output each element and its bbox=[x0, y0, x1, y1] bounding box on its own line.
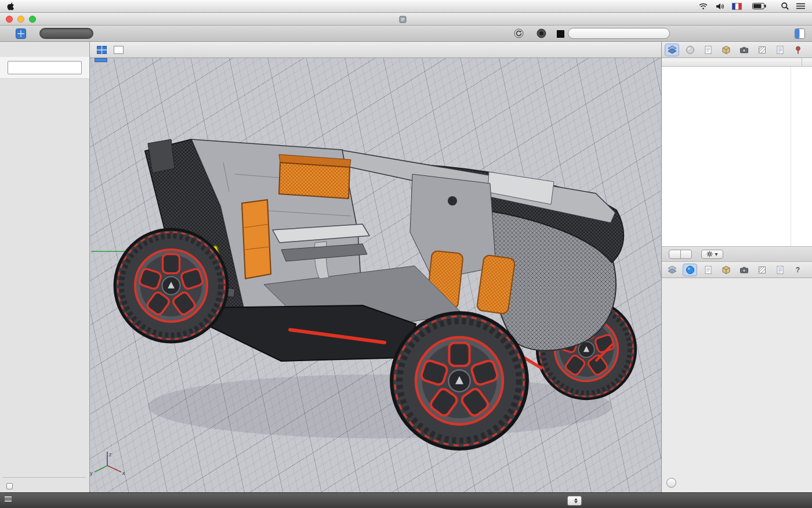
help-sheet-tab-2[interactable] bbox=[773, 264, 787, 276]
left-sidebar bbox=[0, 42, 90, 492]
viewport-tabs-row bbox=[90, 42, 661, 58]
notes-page-icon bbox=[775, 45, 785, 55]
gear-icon bbox=[706, 251, 713, 257]
box-edit-tab[interactable] bbox=[719, 44, 733, 56]
battery-icon bbox=[752, 3, 766, 9]
vehicle-3d-model: z x y bbox=[90, 58, 661, 492]
menubar-status-area bbox=[698, 2, 805, 10]
status-bar bbox=[0, 492, 812, 508]
input-source-flag-icon[interactable] bbox=[732, 3, 742, 10]
camera-icon bbox=[739, 265, 749, 275]
active-layer-selector[interactable] bbox=[568, 28, 670, 39]
spotlight-search-icon[interactable] bbox=[781, 2, 789, 10]
question-tab[interactable]: ? bbox=[791, 264, 805, 276]
command-history-icon[interactable] bbox=[5, 496, 12, 502]
camera-icon bbox=[739, 45, 749, 55]
orange-overhead-cabinet bbox=[279, 163, 350, 199]
single-viewport-icon[interactable] bbox=[114, 46, 124, 54]
volume-icon[interactable] bbox=[716, 3, 724, 10]
macos-menubar bbox=[0, 0, 812, 13]
panel-toggle-icon[interactable] bbox=[795, 28, 805, 41]
cube-icon bbox=[721, 265, 731, 275]
disable-all-checkbox[interactable] bbox=[6, 483, 13, 489]
help-button[interactable] bbox=[666, 478, 676, 488]
wifi-icon[interactable] bbox=[698, 2, 708, 10]
layer-options-gear-button[interactable]: ▾ bbox=[701, 250, 723, 259]
orange-wardrobe bbox=[242, 200, 271, 279]
apple-menu-icon[interactable] bbox=[7, 2, 14, 11]
layers-panel-tabstrip bbox=[662, 42, 812, 58]
battery-indicator[interactable] bbox=[749, 3, 766, 9]
window-title bbox=[0, 13, 812, 26]
viewport-layout-icon[interactable] bbox=[16, 28, 26, 41]
named-views-tab[interactable] bbox=[737, 44, 751, 56]
help-sheet-tab[interactable] bbox=[773, 44, 787, 56]
viewport-title-badge[interactable] bbox=[95, 58, 107, 62]
layer-controls: ▾ bbox=[662, 246, 812, 262]
material-column-header[interactable] bbox=[802, 58, 811, 67]
layers-tab[interactable] bbox=[665, 44, 679, 56]
remove-layer-button[interactable] bbox=[680, 250, 691, 258]
layer-list bbox=[662, 67, 812, 246]
layers-icon bbox=[667, 45, 677, 55]
disable-all-row[interactable] bbox=[6, 483, 16, 489]
notes-page-icon bbox=[775, 265, 785, 275]
pin-icon bbox=[793, 45, 803, 55]
notification-center-icon[interactable] bbox=[796, 3, 805, 9]
svg-text:y: y bbox=[90, 470, 93, 476]
page-icon bbox=[703, 45, 713, 55]
display-tab[interactable] bbox=[755, 44, 769, 56]
hatch-icon bbox=[757, 265, 767, 275]
perspective-viewport[interactable]: z x y bbox=[90, 58, 661, 492]
add-remove-layer-control bbox=[669, 250, 692, 259]
command-input[interactable] bbox=[8, 61, 82, 74]
svg-text:z: z bbox=[109, 452, 112, 457]
osnap-divider bbox=[2, 477, 86, 478]
hatch-icon bbox=[757, 45, 767, 55]
notes-tab-2[interactable] bbox=[701, 264, 715, 276]
properties-sphere-icon bbox=[685, 265, 695, 275]
record-history-icon[interactable] bbox=[536, 28, 546, 41]
grid-snap-toggle[interactable] bbox=[39, 28, 93, 39]
document-icon bbox=[399, 16, 407, 23]
cube-icon bbox=[721, 45, 731, 55]
page-icon bbox=[703, 265, 713, 275]
layers-icon bbox=[667, 265, 677, 275]
notes-tab[interactable] bbox=[701, 44, 715, 56]
properties-panel bbox=[662, 278, 812, 492]
four-viewports-icon[interactable] bbox=[97, 46, 107, 54]
front-wheel bbox=[115, 229, 227, 342]
properties-tab[interactable] bbox=[683, 44, 697, 56]
properties-tab-2[interactable] bbox=[683, 264, 697, 276]
layers-tab-2[interactable] bbox=[665, 264, 679, 276]
window-titlebar bbox=[0, 13, 812, 26]
box-edit-tab-2[interactable] bbox=[719, 264, 733, 276]
main-toolbar bbox=[0, 26, 812, 42]
properties-sphere-icon bbox=[685, 45, 695, 55]
active-layer-color-swatch[interactable] bbox=[557, 30, 564, 38]
rear-wheel bbox=[392, 313, 527, 449]
status-command-area[interactable] bbox=[5, 496, 16, 502]
svg-text:x: x bbox=[122, 470, 125, 476]
add-layer-button[interactable] bbox=[669, 250, 680, 258]
updown-caret-icon bbox=[574, 498, 578, 503]
osnap-panel bbox=[6, 281, 88, 283]
layer-list-header bbox=[662, 58, 812, 67]
pin-tab[interactable] bbox=[791, 44, 805, 56]
column-divider bbox=[791, 67, 791, 246]
gear-caret: ▾ bbox=[715, 251, 717, 257]
named-views-tab-2[interactable] bbox=[737, 264, 751, 276]
axis-gizmo: z x y bbox=[90, 452, 125, 476]
right-panel: ▾ ? bbox=[661, 42, 812, 492]
rotate-view-icon[interactable] bbox=[514, 28, 524, 41]
cplane-selector[interactable] bbox=[567, 496, 582, 506]
properties-panel-tabstrip: ? bbox=[662, 262, 812, 278]
display-tab-2[interactable] bbox=[755, 264, 769, 276]
rhinoceros-app-screen: { "menubar": { "app": "Rhinoceros", "ite… bbox=[0, 0, 812, 508]
